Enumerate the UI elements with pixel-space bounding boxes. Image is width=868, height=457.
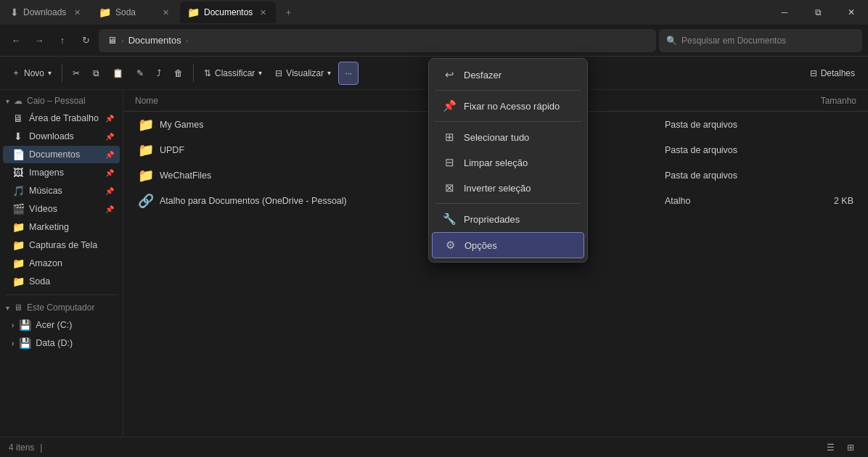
separator-1 bbox=[62, 65, 62, 82]
sidebar-item-acer-c[interactable]: › 💾 Acer (C:) bbox=[3, 316, 120, 334]
details-button[interactable]: ⊟ Detalhes bbox=[803, 62, 862, 85]
cut-icon: ✂ bbox=[73, 68, 80, 78]
view-list-button[interactable]: ☰ bbox=[822, 439, 839, 456]
sidebar-item-imagens[interactable]: 🖼 Imagens 📌 bbox=[3, 164, 120, 181]
tab-downloads[interactable]: ⬇ Downloads ✕ bbox=[3, 1, 90, 23]
search-bar[interactable]: 🔍 Pesquisar em Documentos bbox=[659, 29, 862, 52]
forward-button[interactable]: → bbox=[29, 30, 49, 51]
sidebar-group-computer[interactable]: ▾ 🖥 Este Computador bbox=[0, 300, 123, 316]
wechat-type: Pasta de arquivos bbox=[665, 170, 781, 181]
atalho-type: Atalho bbox=[665, 196, 781, 206]
share-button[interactable]: ⤴ bbox=[151, 62, 167, 85]
search-icon: 🔍 bbox=[666, 36, 677, 46]
back-button[interactable]: ← bbox=[6, 30, 26, 51]
sidebar-area-trabalho-label: Área de Trabalho bbox=[29, 113, 99, 123]
cut-button[interactable]: ✂ bbox=[67, 62, 86, 85]
computer-icon: 🖥 bbox=[107, 35, 117, 46]
minimize-button[interactable]: ─ bbox=[768, 0, 801, 25]
more-icon: ··· bbox=[345, 68, 352, 78]
paste-button[interactable]: 📋 bbox=[107, 62, 129, 85]
sidebar-imagens-label: Imagens bbox=[29, 168, 64, 178]
novo-button[interactable]: ＋ Novo ▾ bbox=[6, 62, 57, 85]
musicas-sidebar-icon: 🎵 bbox=[12, 185, 25, 197]
copy-icon: ⧉ bbox=[93, 68, 99, 78]
sidebar-item-area-trabalho[interactable]: 🖥 Área de Trabalho 📌 bbox=[3, 110, 120, 127]
tab-soda-label: Soda bbox=[115, 7, 136, 17]
area-trabalho-icon: 🖥 bbox=[12, 112, 25, 124]
visualizar-chevron: ▾ bbox=[327, 69, 331, 77]
delete-icon: 🗑 bbox=[174, 68, 183, 78]
sidebar-group-caio[interactable]: ▾ ☁ Caio – Pessoal bbox=[0, 93, 123, 109]
search-placeholder: Pesquisar em Documentos bbox=[681, 36, 786, 46]
address-bar[interactable]: 🖥 › Documentos › bbox=[99, 29, 656, 52]
maximize-button[interactable]: ⧉ bbox=[801, 0, 835, 25]
downloads-pin: 📌 bbox=[105, 133, 114, 141]
sidebar-marketing-label: Marketing bbox=[29, 222, 69, 232]
computer-group-chevron: ▾ bbox=[6, 304, 9, 312]
wechat-icon: 📁 bbox=[138, 168, 154, 184]
sidebar-item-soda[interactable]: 📁 Soda bbox=[3, 273, 120, 290]
sidebar-item-musicas[interactable]: 🎵 Músicas 📌 bbox=[3, 182, 120, 199]
acer-c-icon: 💾 bbox=[18, 319, 31, 331]
menu-item-opcoes[interactable]: ⚙ Opções bbox=[432, 232, 584, 258]
details-icon: ⊟ bbox=[810, 68, 817, 78]
classificar-button[interactable]: ⇅ Classificar ▾ bbox=[198, 62, 268, 85]
new-tab-button[interactable]: ＋ bbox=[277, 1, 299, 23]
sidebar-item-capturas[interactable]: 📁 Capturas de Tela bbox=[3, 236, 120, 254]
computer-group-icon: 🖥 bbox=[14, 302, 22, 313]
my-games-icon: 📁 bbox=[138, 117, 154, 133]
rename-button[interactable]: ✎ bbox=[131, 62, 150, 85]
limpar-selecao-label: Limpar seleção bbox=[464, 157, 528, 168]
delete-button[interactable]: 🗑 bbox=[168, 62, 189, 85]
capturas-icon: 📁 bbox=[12, 239, 25, 251]
sidebar-videos-label: Vídeos bbox=[29, 204, 57, 214]
tab-documentos-close[interactable]: ✕ bbox=[257, 7, 269, 18]
sidebar-item-data-d[interactable]: › 💾 Data (D:) bbox=[3, 334, 120, 352]
tab-soda[interactable]: 📁 Soda ✕ bbox=[91, 1, 179, 23]
view-grid-button[interactable]: ⊞ bbox=[842, 439, 859, 456]
visualizar-icon: ⊟ bbox=[275, 68, 282, 78]
sidebar-item-amazon[interactable]: 📁 Amazon bbox=[3, 255, 120, 272]
tab-downloads-close[interactable]: ✕ bbox=[71, 7, 83, 18]
soda-sidebar-icon: 📁 bbox=[12, 276, 25, 287]
more-button[interactable]: ··· bbox=[338, 62, 359, 85]
status-bar: 4 itens | ☰ ⊞ bbox=[0, 437, 868, 457]
share-icon: ⤴ bbox=[157, 68, 161, 78]
area-trabalho-pin: 📌 bbox=[105, 115, 114, 123]
sidebar-divider bbox=[6, 295, 117, 295]
status-right-controls: ☰ ⊞ bbox=[822, 439, 859, 456]
sidebar-acer-c-label: Acer (C:) bbox=[36, 320, 72, 330]
close-button[interactable]: ✕ bbox=[835, 0, 868, 25]
menu-separator-2 bbox=[435, 121, 581, 122]
up-button[interactable]: ↑ bbox=[52, 30, 73, 51]
sidebar-downloads-label: Downloads bbox=[29, 131, 74, 141]
sidebar-item-downloads[interactable]: ⬇ Downloads 📌 bbox=[3, 128, 120, 145]
sidebar-item-marketing[interactable]: 📁 Marketing bbox=[3, 218, 120, 236]
sidebar-item-videos[interactable]: 🎬 Vídeos 📌 bbox=[3, 200, 120, 218]
tab-soda-close[interactable]: ✕ bbox=[160, 7, 171, 18]
menu-item-propriedades[interactable]: 🔧 Propriedades bbox=[432, 207, 584, 231]
sidebar: ▾ ☁ Caio – Pessoal 🖥 Área de Trabalho 📌 … bbox=[0, 90, 123, 437]
menu-item-fixar[interactable]: 📌 Fixar no Acesso rápido bbox=[432, 94, 584, 118]
refresh-button[interactable]: ↻ bbox=[75, 30, 96, 51]
dropdown-menu: ↩ Desfazer 📌 Fixar no Acesso rápido ⊞ Se… bbox=[428, 58, 588, 263]
tab-documentos[interactable]: 📁 Documentos ✕ bbox=[180, 1, 276, 23]
sidebar-item-documentos[interactable]: 📄 Documentos 📌 bbox=[3, 146, 120, 163]
copy-button[interactable]: ⧉ bbox=[87, 62, 105, 85]
soda-tab-icon: 📁 bbox=[99, 7, 111, 18]
selecionar-tudo-label: Selecionar tudo bbox=[464, 132, 529, 143]
downloads-sidebar-icon: ⬇ bbox=[12, 131, 25, 142]
menu-item-limpar-selecao[interactable]: ⊟ Limpar seleção bbox=[432, 150, 584, 175]
limpar-selecao-icon: ⊟ bbox=[442, 156, 456, 169]
novo-label: Novo bbox=[24, 68, 44, 78]
menu-item-inverter-selecao[interactable]: ⊠ Inverter seleção bbox=[432, 176, 584, 200]
opcoes-label: Opções bbox=[464, 240, 497, 251]
classificar-icon: ⇅ bbox=[204, 68, 211, 78]
window-controls: ─ ⧉ ✕ bbox=[768, 0, 868, 25]
address-chevron: › bbox=[186, 36, 189, 45]
menu-item-desfazer[interactable]: ↩ Desfazer bbox=[432, 62, 584, 87]
menu-separator-3 bbox=[435, 203, 581, 204]
menu-item-selecionar-tudo[interactable]: ⊞ Selecionar tudo bbox=[432, 125, 584, 149]
address-separator: › bbox=[121, 36, 124, 45]
visualizar-button[interactable]: ⊟ Visualizar ▾ bbox=[269, 62, 337, 85]
